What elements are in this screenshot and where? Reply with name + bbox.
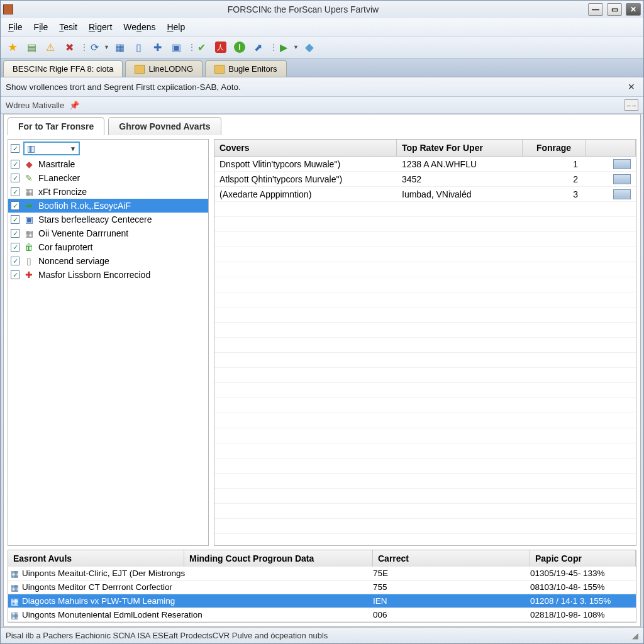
- tool-icon-2[interactable]: ▯: [131, 39, 147, 55]
- bottom-body[interactable]: ▦ Uinponts Meaitut-Cliric, EJT (Der Mist…: [8, 567, 636, 622]
- col-carrect[interactable]: Carrect: [373, 550, 530, 567]
- titlebar: FORSCINc the ForScan Upers Fartviw — ▭ ✕: [1, 1, 643, 18]
- cell: 006: [373, 610, 530, 619]
- app-icon: [3, 4, 13, 14]
- table-row[interactable]: ▦ Uinponts Meaitut-Cliric, EJT (Der Mist…: [8, 567, 636, 580]
- dropdown-arrow[interactable]: ▼: [293, 44, 299, 50]
- checkbox[interactable]: ✓: [11, 215, 19, 224]
- close-button[interactable]: ✕: [626, 3, 641, 16]
- menubar: File File Tesit Rigert Wedens Help: [1, 18, 643, 36]
- checkbox[interactable]: ✓: [11, 144, 19, 153]
- export-icon[interactable]: ⬈: [250, 39, 267, 55]
- inner-tab-avarts[interactable]: Ghrow Povned Avarts: [108, 117, 221, 135]
- col-fonrage[interactable]: Fonrage: [523, 140, 586, 156]
- collapse-button[interactable]: – –: [625, 99, 638, 111]
- grid-body[interactable]: Dnspott Vlitin'typcors Muwale") 1238 A A…: [214, 157, 636, 545]
- table-row[interactable]: (Axedarte Apppimntion) Iumbad, VNivaléd …: [214, 187, 636, 202]
- resize-grip-icon[interactable]: ◢: [632, 631, 638, 640]
- checkbox[interactable]: ✓: [11, 187, 19, 196]
- list-item-selected[interactable]: ✓➡Boofioh R.ok,.EsoycAiF: [8, 199, 208, 213]
- list-item[interactable]: ✓▦xFt Froncize: [8, 185, 208, 199]
- col-papic[interactable]: Papic Copr: [530, 550, 636, 567]
- checkbox[interactable]: ✓: [11, 201, 19, 210]
- checkbox[interactable]: ✓: [11, 243, 19, 252]
- left-checklist: ✓ ▥▼ ✓◆Masrtrale ✓✎FLanecker ✓▦xFt Fronc…: [8, 139, 209, 546]
- pin-icon[interactable]: 📌: [69, 101, 79, 110]
- cell: 3452: [397, 174, 523, 184]
- doc-icon[interactable]: ▤: [23, 39, 40, 55]
- cell: Uingonts Meditor CT Derrront Corfectior: [21, 582, 373, 592]
- list-item[interactable]: ✓✎FLanecker: [8, 171, 208, 185]
- status-text: Pisal ilb a Pachers Eachionic SCNA ISA E…: [6, 631, 328, 640]
- checkbox[interactable]: ✓: [11, 174, 19, 182]
- list-item[interactable]: ✓▦Oii Venente Darrrunent: [8, 226, 208, 240]
- cell: IEN: [373, 596, 530, 606]
- play-icon[interactable]: ▶: [275, 39, 292, 55]
- pdf-icon[interactable]: 人: [213, 39, 229, 55]
- menu-rigert[interactable]: Rigert: [84, 21, 117, 33]
- checkbox[interactable]: ✓: [11, 229, 19, 238]
- checkbox[interactable]: ✓: [11, 270, 19, 279]
- tab-bescinc[interactable]: BESCINc Rigie FFA 8: ciota: [3, 60, 123, 77]
- inner-tab-fronsre[interactable]: For to Tar Fronsre: [8, 117, 104, 135]
- list-item[interactable]: ✓▣Stars berfeelleacy Centecere: [8, 213, 208, 226]
- table-row[interactable]: Dnspott Vlitin'typcors Muwale") 1238 A A…: [214, 157, 636, 172]
- delete-icon[interactable]: ✖: [61, 39, 77, 55]
- maximize-button[interactable]: ▭: [607, 3, 622, 16]
- item-label: xFt Froncize: [38, 187, 87, 197]
- minimize-button[interactable]: —: [588, 3, 603, 16]
- list-item[interactable]: ✓ ▥▼: [8, 140, 208, 157]
- table-row[interactable]: ▦ Uingonts Monuteniental EdmlLodent Rese…: [8, 608, 636, 622]
- thumbnail-icon[interactable]: [613, 174, 631, 184]
- tab-bugle-enitors[interactable]: Bugle Enitors: [205, 60, 286, 77]
- row-icon: ▦: [8, 582, 21, 592]
- item-label: FLanecker: [38, 173, 80, 183]
- thumbnail-icon[interactable]: [613, 189, 631, 199]
- thumbnail-icon[interactable]: [613, 159, 631, 169]
- list-item[interactable]: ✓◆Masrtrale: [8, 157, 208, 171]
- refresh-icon[interactable]: ⟳: [86, 39, 103, 55]
- table-row[interactable]: Atlspott Qhtin'typcors Murvale") 3452 2: [214, 172, 636, 187]
- list-item[interactable]: ✓🗑Cor fauprotert: [8, 240, 208, 254]
- item-label: Oii Venente Darrrunent: [38, 228, 128, 238]
- check-icon[interactable]: ✔: [194, 39, 210, 55]
- tool-icon-4[interactable]: ▣: [169, 39, 185, 55]
- dropdown-arrow[interactable]: ▼: [104, 44, 109, 50]
- col-easront[interactable]: Easront Avuls: [8, 550, 184, 567]
- separator: ⋮: [80, 42, 84, 52]
- bottom-header: Easront Avuls Minding Couct Progroun Dat…: [8, 550, 636, 567]
- warning-icon[interactable]: ⚠: [42, 39, 58, 55]
- split-panes: ✓ ▥▼ ✓◆Masrtrale ✓✎FLanecker ✓▦xFt Fronc…: [4, 135, 640, 550]
- table-row-selected[interactable]: ▦ Diagoots Mahuirs vx PLW-TUM Leaming IE…: [8, 594, 636, 608]
- diamond-icon[interactable]: ◆: [301, 39, 318, 55]
- list-item[interactable]: ✓▯Noncend serviage: [8, 254, 208, 268]
- tool-icon-1[interactable]: ▦: [112, 39, 128, 55]
- filter-dropdown[interactable]: ▥▼: [23, 142, 80, 155]
- cell: 02818/10-98- 108%: [530, 610, 636, 619]
- menu-help[interactable]: Help: [162, 21, 190, 33]
- table-row[interactable]: ▦ Uingonts Meditor CT Derrront Corfectio…: [8, 580, 636, 594]
- right-grid: Covers Top Ratev For Uper Fonrage Dnspot…: [214, 139, 636, 546]
- star-icon[interactable]: ★: [4, 39, 21, 55]
- list-item[interactable]: ✓✚Masfor Lissborn Encorreciod: [8, 268, 208, 282]
- menu-file-2[interactable]: File: [29, 21, 53, 33]
- checkbox[interactable]: ✓: [11, 160, 19, 169]
- row-icon: ▦: [8, 610, 21, 620]
- col-covers[interactable]: Covers: [214, 140, 397, 156]
- info-icon[interactable]: i: [231, 39, 248, 55]
- info-close-icon[interactable]: ✕: [625, 80, 638, 93]
- tab-linelodng[interactable]: LineLODNG: [125, 60, 203, 77]
- col-top-ratev[interactable]: Top Ratev For Uper: [397, 140, 523, 156]
- menu-tesit[interactable]: Tesit: [54, 21, 82, 33]
- tool-icon-3[interactable]: ✚: [150, 39, 166, 55]
- inner-tabbar: For to Tar Fronsre Ghrow Povned Avarts: [4, 114, 640, 135]
- checkbox[interactable]: ✓: [11, 257, 19, 265]
- menu-file[interactable]: File: [3, 21, 28, 33]
- cell: 2: [523, 174, 586, 184]
- folder-icon: [214, 65, 225, 74]
- cell: 1: [523, 159, 586, 169]
- statusbar: Pisal ilb a Pachers Eachionic SCNA ISA E…: [1, 627, 643, 643]
- cell: 1238 A AN.WHFLU: [397, 159, 523, 169]
- col-minding[interactable]: Minding Couct Progroun Data: [184, 550, 373, 567]
- menu-wedens[interactable]: Wedens: [118, 21, 160, 33]
